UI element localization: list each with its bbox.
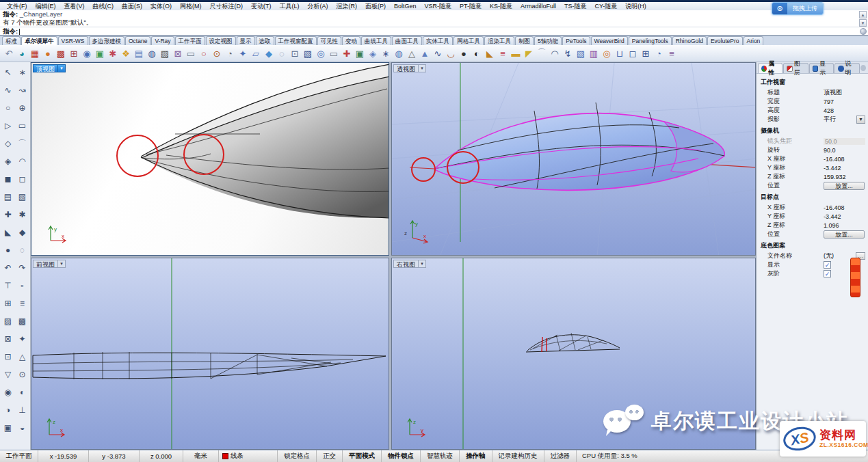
status-toggle[interactable]: 正交: [317, 450, 343, 462]
notepad-icon[interactable]: ▤: [133, 47, 145, 59]
right-viewport-canvas[interactable]: z y: [392, 258, 756, 450]
diamond-tool[interactable]: ◇: [1, 135, 15, 152]
menu-item[interactable]: 渲染(R): [332, 2, 362, 11]
property-value[interactable]: 50.0: [824, 138, 865, 145]
arc-tool[interactable]: ⌒: [15, 135, 29, 152]
move-icon[interactable]: ✚: [341, 47, 353, 59]
material-icon[interactable]: ▦: [29, 47, 41, 59]
viewport-perspective-label[interactable]: 透视图: [393, 64, 426, 72]
menu-item[interactable]: 尺寸标注(D): [206, 2, 248, 11]
toolbar-tab[interactable]: 曲线工具: [361, 36, 391, 45]
monitor-icon[interactable]: ▣: [354, 47, 366, 59]
circle-select-icon[interactable]: ○: [198, 47, 210, 59]
menu-item[interactable]: ArmadilloFull: [516, 3, 560, 10]
box-wire-tool[interactable]: ◻: [15, 170, 29, 188]
checkbox-checked[interactable]: [824, 261, 831, 269]
property-value[interactable]: 428: [824, 107, 865, 114]
camera-icon[interactable]: ◉: [81, 47, 93, 59]
lasso-icon[interactable]: ◠: [549, 47, 561, 59]
toolbar-tab[interactable]: 网格工具: [453, 36, 484, 45]
viewport-menu-arrow-icon[interactable]: [58, 64, 66, 72]
toolbar-tab[interactable]: 5轴功能: [534, 36, 562, 45]
dome-tool[interactable]: ◒: [15, 419, 29, 437]
magnet-icon[interactable]: ◡: [445, 47, 457, 59]
points-icon[interactable]: ∗: [380, 47, 392, 59]
command-options-icon[interactable]: [860, 28, 867, 35]
place-button[interactable]: 放置...: [824, 230, 865, 239]
menu-item[interactable]: 曲面(S): [118, 2, 146, 11]
star-tool[interactable]: ✦: [15, 330, 29, 348]
ellipse-tool[interactable]: ⊕: [15, 99, 29, 117]
boolean-tool[interactable]: ✚: [1, 206, 15, 223]
shade-l-tool[interactable]: ◐: [15, 383, 29, 401]
orbit-tool[interactable]: ⊙: [15, 366, 29, 383]
tab-properties[interactable]: 属性: [758, 63, 782, 73]
toolbar-tab[interactable]: Octane: [125, 36, 150, 45]
viewport-top[interactable]: y x 顶视图: [31, 62, 389, 256]
toolbar-tab[interactable]: Arion: [744, 36, 764, 45]
viewport-menu-arrow-icon[interactable]: [419, 260, 426, 268]
rainbow-icon[interactable]: ❖: [120, 47, 132, 59]
viewport-right[interactable]: z y 右视图: [391, 258, 756, 450]
handle-icon[interactable]: ⌒: [536, 47, 548, 59]
tab-display[interactable]: 显示: [809, 63, 834, 73]
drag-upload-button[interactable]: 拖拽上传: [772, 2, 824, 15]
plane-tool[interactable]: ▤: [1, 188, 15, 206]
frame-icon[interactable]: ◻: [627, 47, 639, 59]
portrait-icon[interactable]: ▭: [328, 47, 340, 59]
hatch2-tool[interactable]: ▨: [1, 312, 15, 330]
stack-icon[interactable]: ≡: [666, 47, 678, 59]
toolbar-tab[interactable]: 可见性: [317, 36, 342, 45]
property-value[interactable]: 平行: [824, 115, 854, 124]
marquee-icon[interactable]: ▭: [185, 47, 197, 59]
toolbar-tab[interactable]: 标准: [2, 36, 21, 45]
menu-item[interactable]: PT-随意: [456, 2, 486, 11]
property-value[interactable]: -16.408: [824, 156, 865, 163]
toolbar-tab[interactable]: PeTools: [562, 36, 590, 45]
menu-item[interactable]: 实体(O): [146, 2, 176, 11]
toolbar-tab[interactable]: WeaverBird: [591, 36, 628, 45]
history-icon[interactable]: ◔: [653, 47, 665, 59]
menu-item[interactable]: 查看(V): [60, 2, 89, 11]
polygon-tool[interactable]: ▷: [1, 117, 15, 135]
viewport-top-label[interactable]: 顶视图: [33, 64, 66, 72]
shear-tool[interactable]: ◣: [1, 223, 15, 241]
status-toggle[interactable]: 智慧轨迹: [421, 450, 460, 462]
toolbar-tab[interactable]: 选取: [256, 36, 274, 45]
menu-item[interactable]: 编辑(E): [31, 2, 60, 11]
menu-item[interactable]: 分析(A): [304, 2, 332, 11]
tri-down-tool[interactable]: ▽: [1, 366, 15, 383]
explode-tool[interactable]: ✱: [15, 206, 29, 223]
circle-tool[interactable]: ○: [1, 99, 15, 117]
toolbar-tab[interactable]: 多边形建模: [89, 36, 125, 45]
extrude-tool[interactable]: ⊤: [1, 277, 15, 295]
command-input[interactable]: 指令:: [0, 27, 868, 35]
perp-tool[interactable]: ⊥: [15, 401, 29, 419]
target-icon[interactable]: ◎: [601, 47, 613, 59]
vpgrid-tool[interactable]: ▣: [1, 419, 15, 437]
toolbar-tab[interactable]: V-Ray: [151, 36, 174, 45]
tab-layers[interactable]: 图层: [783, 63, 808, 73]
texture-icon[interactable]: ▥: [588, 47, 600, 59]
viewport-menu-arrow-icon[interactable]: [419, 64, 426, 72]
dissect-icon[interactable]: △: [406, 47, 418, 59]
status-toggle[interactable]: 操作轴: [460, 450, 492, 462]
menu-item[interactable]: BoltGen: [390, 3, 421, 10]
toolbar-tab[interactable]: 工作平面: [175, 36, 205, 45]
hatch-tool[interactable]: ▧: [15, 188, 29, 206]
gem-icon[interactable]: ◆: [263, 47, 275, 59]
sketch-icon[interactable]: ✱: [107, 47, 119, 59]
shade-r-tool[interactable]: ◑: [1, 401, 15, 419]
window-icon[interactable]: ⊞: [640, 47, 652, 59]
mesh-sphere-icon[interactable]: ◍: [146, 47, 158, 59]
rectangle-tool[interactable]: ▭: [15, 117, 29, 135]
toolbar-tab[interactable]: 变动: [342, 36, 360, 45]
contrast-icon[interactable]: ◐: [471, 47, 483, 59]
property-value[interactable]: 797: [824, 98, 865, 105]
property-value[interactable]: 顶视图: [824, 88, 865, 97]
swirl-icon[interactable]: ≡: [497, 47, 509, 59]
bucket-icon[interactable]: ◣: [484, 47, 496, 59]
toolbar-tab[interactable]: 渲染工具: [484, 36, 514, 45]
status-toggle[interactable]: 锁定格点: [278, 450, 317, 462]
toolbar-tab[interactable]: VSR-WS: [58, 36, 88, 45]
